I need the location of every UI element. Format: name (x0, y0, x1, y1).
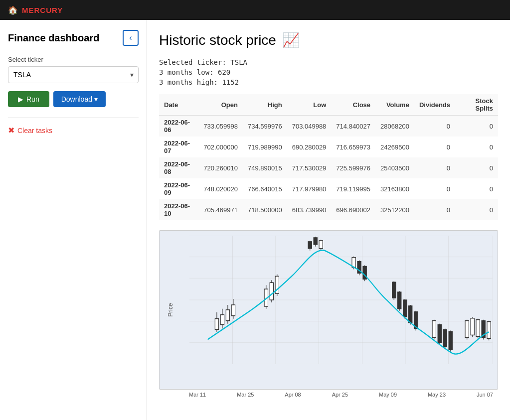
table-row: 2022-06-10705.469971718.500000683.739990… (159, 199, 498, 220)
cell-value: 683.739990 (287, 199, 332, 220)
play-icon: ▶ (18, 95, 23, 103)
svg-rect-31 (270, 282, 273, 300)
ticker-label: Select ticker (8, 56, 139, 63)
ticker-select[interactable]: TSLA AAPL GOOGL MSFT AMZN (8, 66, 139, 83)
chart-svg: 600 700 800 900 1000 1100 (189, 236, 493, 364)
cell-value: 0 (455, 157, 498, 178)
col-date: Date (159, 94, 198, 116)
dropdown-arrow-icon: ▾ (94, 95, 98, 103)
cell-value: 32512200 (375, 199, 414, 220)
cell-value: 733.059998 (198, 116, 243, 137)
brand: 🏠 MERCURY (8, 5, 63, 15)
cell-value: 717.530029 (287, 157, 332, 178)
ticker-select-wrapper: TSLA AAPL GOOGL MSFT AMZN ▾ (8, 66, 139, 83)
selected-ticker-text: Selected ticker: TSLA (159, 58, 498, 66)
svg-rect-27 (231, 305, 235, 316)
svg-rect-63 (449, 332, 452, 350)
svg-rect-67 (471, 318, 474, 335)
table-row: 2022-06-08720.260010749.890015717.530029… (159, 157, 498, 178)
col-dividends: Dividends (414, 94, 455, 116)
x-tick-jun07: Jun 07 (477, 392, 493, 398)
col-high: High (243, 94, 287, 116)
table-row: 2022-06-06733.059998734.599976703.049988… (159, 116, 498, 137)
cell-value: 719.119995 (331, 178, 375, 199)
cell-value: 28068200 (375, 116, 414, 137)
page-title-row: Historic stock price 📈 (159, 32, 498, 48)
x-tick-mar25: Mar 25 (237, 392, 254, 398)
run-button[interactable]: ▶ Run (8, 91, 49, 107)
stock-data-table: Date Open High Low Close Volume Dividend… (159, 94, 498, 220)
col-open: Open (198, 94, 243, 116)
download-button[interactable]: Download ▾ (53, 91, 106, 107)
col-low: Low (287, 94, 332, 116)
svg-rect-47 (392, 282, 396, 298)
cell-value: 703.049988 (287, 116, 332, 137)
clear-tasks-label: Clear tasks (17, 127, 52, 135)
cell-value: 766.640015 (243, 178, 287, 199)
col-stock-splits: Stock Splits (455, 94, 498, 116)
x-tick-mar11: Mar 11 (189, 392, 206, 398)
svg-rect-69 (476, 320, 480, 337)
cell-value: 720.260010 (198, 157, 243, 178)
sidebar-title: Finance dashboard (8, 32, 99, 44)
run-label: Run (26, 95, 39, 103)
svg-rect-21 (215, 319, 218, 330)
table-row: 2022-06-09748.020020766.640015717.979980… (159, 178, 498, 199)
cell-value: 749.890015 (243, 157, 287, 178)
cell-value: 705.469971 (198, 199, 243, 220)
x-tick-may09: May 09 (379, 392, 397, 398)
chart-icon: 📈 (282, 32, 300, 48)
sidebar: Finance dashboard ‹ Select ticker TSLA A… (0, 20, 147, 420)
cell-value: 716.659973 (331, 137, 375, 157)
page-title: Historic stock price (159, 32, 276, 48)
cell-value: 702.000000 (198, 137, 243, 157)
cell-date: 2022-06-08 (159, 157, 198, 178)
svg-rect-37 (314, 238, 317, 245)
collapse-button[interactable]: ‹ (123, 30, 139, 46)
cell-date: 2022-06-09 (159, 178, 198, 199)
svg-rect-51 (403, 300, 407, 317)
cell-value: 0 (455, 116, 498, 137)
cell-value: 32163800 (375, 178, 414, 199)
cell-value: 0 (455, 199, 498, 220)
cell-value: 719.989990 (243, 137, 287, 157)
three-months-high-text: 3 months high: 1152 (159, 78, 498, 86)
svg-rect-57 (432, 321, 436, 338)
cell-date: 2022-06-07 (159, 137, 198, 157)
cell-value: 24269500 (375, 137, 414, 157)
svg-rect-23 (220, 315, 224, 325)
cell-value: 0 (414, 199, 455, 220)
x-tick-apr08: Apr 08 (285, 392, 301, 398)
col-volume: Volume (375, 94, 414, 116)
error-icon: ✖ (8, 126, 14, 135)
svg-rect-49 (398, 292, 401, 309)
cell-value: 0 (414, 157, 455, 178)
svg-rect-61 (443, 330, 447, 347)
svg-rect-25 (226, 310, 229, 321)
brand-name: MERCURY (22, 6, 63, 14)
cell-value: 717.979980 (287, 178, 332, 199)
table-row: 2022-06-07702.000000719.989990690.280029… (159, 137, 498, 157)
svg-rect-39 (319, 241, 323, 249)
sidebar-header: Finance dashboard ‹ (8, 30, 139, 46)
table-header-row: Date Open High Low Close Volume Dividend… (159, 94, 498, 116)
col-close: Close (331, 94, 375, 116)
stock-chart: Price 600 700 (159, 230, 498, 390)
svg-rect-65 (465, 321, 469, 338)
home-icon[interactable]: 🏠 (8, 5, 18, 15)
cell-date: 2022-06-06 (159, 116, 198, 137)
sidebar-divider (8, 117, 139, 118)
cell-value: 25403500 (375, 157, 414, 178)
svg-rect-53 (409, 306, 412, 323)
cell-value: 0 (414, 137, 455, 157)
clear-tasks-button[interactable]: ✖ Clear tasks (8, 126, 52, 135)
collapse-icon: ‹ (129, 33, 132, 42)
cell-value: 0 (414, 116, 455, 137)
cell-value: 690.280029 (287, 137, 332, 157)
cell-date: 2022-06-10 (159, 199, 198, 220)
cell-value: 748.020020 (198, 178, 243, 199)
svg-rect-35 (308, 242, 312, 249)
x-tick-may23: May 23 (428, 392, 446, 398)
x-tick-apr25: Apr 25 (332, 392, 348, 398)
download-label: Download (61, 95, 92, 103)
